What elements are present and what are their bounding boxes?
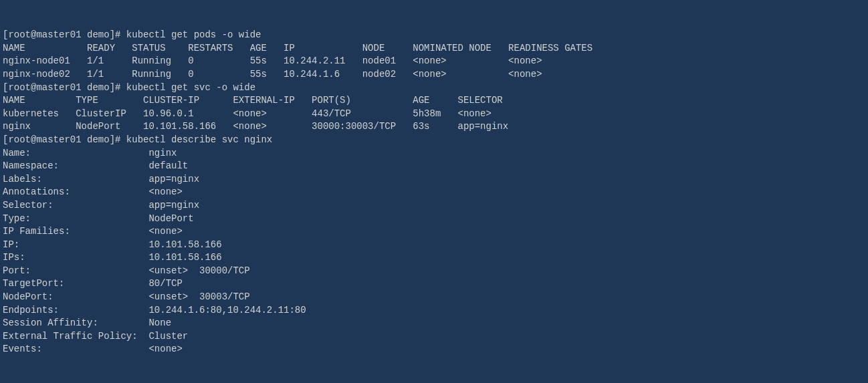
terminal-output[interactable]: [root@master01 demo]# kubectl get pods -…	[3, 29, 865, 356]
